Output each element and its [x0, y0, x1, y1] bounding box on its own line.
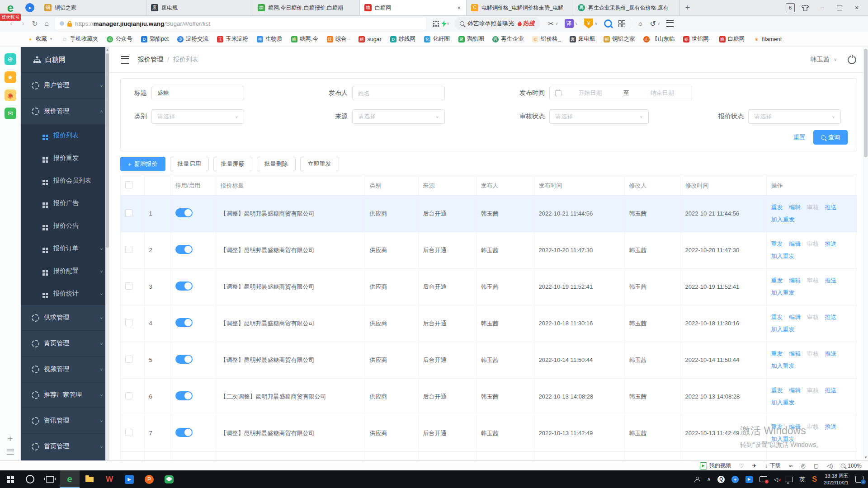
speaker-icon[interactable]: ◁) [827, 463, 833, 469]
edit-link[interactable]: 编辑 [789, 387, 801, 394]
push-link[interactable]: 推送 [825, 350, 836, 357]
notification-center-icon[interactable]: 3 [855, 476, 863, 483]
end-date-placeholder[interactable]: 结束日期 [638, 89, 687, 97]
title-filter-input[interactable] [151, 86, 244, 100]
boost-rocket-icon[interactable]: ✈ [752, 463, 757, 469]
date-range-picker[interactable]: 开始日期 至 结束日期 [549, 86, 692, 100]
input-language-indicator[interactable]: 英 [799, 475, 805, 483]
bookmark-item[interactable]: □ 手机收藏夹 ▼ [61, 35, 99, 43]
enable-toggle[interactable] [175, 391, 193, 400]
bookmark-item[interactable]: 生 生物质 ▼ [257, 35, 283, 43]
bookmark-item[interactable]: 废 废电瓶 ▼ [570, 35, 595, 43]
sidebar-menu-item[interactable]: 供求管理 ∨ [21, 305, 109, 331]
row-checkbox[interactable] [125, 282, 132, 290]
resend-link[interactable]: 重发 [771, 350, 783, 357]
home-icon[interactable]: ⌂ [41, 18, 52, 29]
sidebar-menu-item[interactable]: 视频管理 ∨ [21, 357, 109, 382]
people-icon[interactable] [694, 477, 700, 482]
tab-count-badge[interactable]: 6 [786, 3, 795, 12]
enable-toggle[interactable] [175, 428, 193, 437]
sidebar-scrollbar[interactable]: ▲ [105, 47, 109, 460]
bookmark-item[interactable]: 化 化纤圈 ▼ [424, 35, 450, 43]
sidebar-menu-item[interactable]: 报价订单 ∨ [21, 237, 109, 260]
bookmark-item[interactable]: 山 【山东临 ▼ [643, 35, 675, 43]
edit-link[interactable]: 编辑 [789, 423, 801, 430]
push-link[interactable]: 推送 [825, 204, 836, 211]
reset-button[interactable]: 重置 [793, 133, 805, 141]
enable-toggle[interactable] [175, 208, 193, 217]
bookmark-item[interactable]: ★ 收藏 ▼ [27, 35, 53, 43]
add-resend-link[interactable]: 加入重发 [771, 436, 795, 442]
add-resend-link[interactable]: 加入重发 [771, 253, 795, 259]
resend-link[interactable]: 重发 [771, 277, 783, 284]
bookmark-item[interactable]: C 铝价格_ ▼ [532, 35, 561, 43]
search-button[interactable]: 查询 [813, 130, 848, 145]
browser-taskbar-icon[interactable]: e [60, 470, 80, 488]
window-split-icon[interactable]: ▢ [814, 463, 819, 469]
wechat-icon[interactable] [159, 470, 179, 488]
tab-close-icon[interactable]: × [456, 5, 462, 11]
bookmark-item[interactable]: 铝 世铝网- ▼ [683, 35, 711, 43]
push-link[interactable]: 推送 [825, 423, 836, 430]
dock-list-icon[interactable] [7, 449, 14, 455]
browser-tab[interactable]: C 电解铜价格_电解铜价格走势_电解 × [467, 0, 573, 15]
sidebar-menu-item[interactable]: 报价重发 [21, 147, 109, 169]
batch-enable-button[interactable]: 批量启用 [170, 157, 209, 171]
publisher-filter-input[interactable] [352, 86, 445, 100]
dock-app-icon[interactable]: ⊕ [5, 53, 16, 65]
bookmark-item[interactable]: 再 再生企业 ▼ [492, 35, 524, 43]
enable-toggle[interactable] [175, 245, 193, 254]
push-link[interactable]: 推送 [825, 314, 836, 320]
edit-link[interactable]: 编辑 [789, 350, 801, 357]
night-mode-icon[interactable]: ☼ [637, 19, 644, 28]
add-offer-button[interactable]: +新增报价 [120, 157, 165, 171]
hot-search-box[interactable]: 孙艺珍孕照首曝光 热搜 [454, 17, 540, 30]
url-extra-chevron-icon[interactable]: ∨ [447, 21, 450, 26]
enable-toggle[interactable] [175, 282, 193, 291]
potplayer-icon[interactable]: P [139, 470, 159, 488]
screenshot-scissors-icon[interactable]: ✂∨ [548, 19, 558, 28]
blue-app-icon[interactable]: ▶ [119, 470, 139, 488]
sidebar-menu-item[interactable]: 报价公告 [21, 215, 109, 237]
bookmark-item[interactable]: D 聚酯pet ▼ [141, 35, 169, 43]
scroll-up-icon[interactable]: ▲ [105, 48, 109, 51]
edit-link[interactable]: 编辑 [789, 277, 801, 284]
select-all-checkbox[interactable] [125, 181, 132, 188]
sidebar-menu-item[interactable]: 黄页管理 ∨ [21, 331, 109, 357]
speed-bolt-icon[interactable] [442, 20, 447, 27]
new-tab-button[interactable]: + [680, 0, 695, 15]
qq-tray-icon[interactable]: Q [717, 476, 725, 483]
history-undo-icon[interactable]: ↺∨ [650, 19, 660, 28]
add-resend-link[interactable]: 加入重发 [771, 326, 795, 333]
bookmark-item[interactable]: 玉 玉米淀粉 ▼ [217, 35, 248, 43]
bookmark-item[interactable]: ♛ filament ▼ [753, 36, 782, 42]
network-monitor-icon[interactable] [785, 477, 793, 482]
navigation-compass-icon[interactable]: ➤ [25, 3, 34, 12]
breadcrumb-parent[interactable]: 报价管理 [138, 56, 163, 64]
batch-delete-button[interactable]: 批量删除 [257, 157, 296, 171]
dock-app-icon[interactable]: ★ [5, 71, 16, 83]
browser-tab[interactable]: 再 再生企业采购价_废有色价格,废有 × [573, 0, 680, 15]
apps-grid-icon[interactable] [618, 20, 625, 27]
taskbar-clock[interactable]: 13:18 周五2022/10/21 [824, 473, 849, 486]
current-user[interactable]: 韩玉茜 [810, 56, 829, 64]
row-checkbox[interactable] [125, 429, 132, 436]
add-resend-link[interactable]: 加入重发 [771, 289, 795, 296]
sidebar-scroll-thumb[interactable] [106, 53, 109, 248]
audit-status-select[interactable]: 请选择∨ [549, 109, 649, 124]
edit-link[interactable]: 编辑 [789, 314, 801, 320]
edit-link[interactable]: 编辑 [789, 240, 801, 247]
row-checkbox[interactable] [125, 319, 132, 326]
dock-app-icon[interactable]: ◉ [5, 89, 16, 101]
resend-link[interactable]: 重发 [771, 387, 783, 394]
site-finder-icon[interactable] [604, 19, 612, 28]
bookmark-item[interactable]: 聚 聚酯圈 ▼ [458, 35, 484, 43]
sidebar-menu-item[interactable]: 报价统计 ∨ [21, 282, 109, 305]
close-button[interactable]: × [850, 2, 863, 14]
content-scrollbar[interactable]: ▼ [863, 47, 868, 460]
offer-status-select[interactable]: 请选择∨ [748, 109, 841, 124]
download-button[interactable]: ↓ 下载 [765, 462, 781, 469]
resend-link[interactable]: 重发 [771, 423, 783, 430]
pc-manager-tray-icon[interactable]: + [731, 476, 739, 483]
logout-power-icon[interactable] [848, 56, 856, 64]
